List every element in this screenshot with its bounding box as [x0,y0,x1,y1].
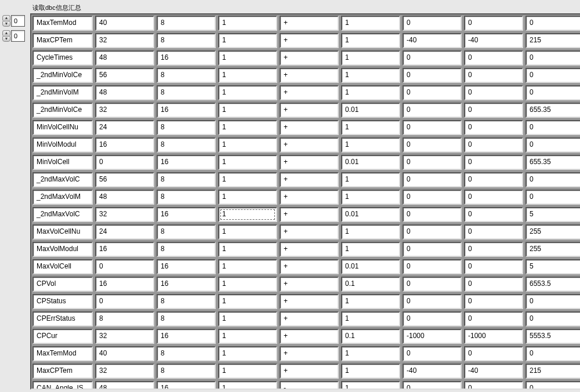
table-cell[interactable]: 1 [218,329,277,344]
table-cell[interactable]: 16 [157,259,216,274]
table-cell[interactable]: 0 [95,294,154,309]
table-cell[interactable]: 8 [157,294,216,309]
table-cell[interactable]: 16 [95,137,154,153]
table-cell[interactable]: 1 [341,311,400,326]
table-cell[interactable]: -40 [464,364,523,379]
table-cell[interactable]: 0 [403,381,462,390]
table-cell[interactable]: 1 [218,33,277,48]
table-cell[interactable]: CPErrStatus [32,311,93,326]
table-cell[interactable]: 0 [403,346,462,361]
table-cell[interactable]: 16 [157,207,216,222]
table-cell[interactable]: 0 [95,155,154,170]
table-cell[interactable]: 16 [157,155,216,170]
table-cell[interactable]: 0 [403,85,462,100]
table-cell[interactable]: + [280,277,339,292]
table-cell[interactable]: 8 [157,137,216,153]
table-cell[interactable]: 0 [464,242,523,257]
table-cell[interactable]: 1 [341,33,400,48]
table-cell[interactable]: 0 [464,346,523,361]
table-cell[interactable]: -1000 [464,329,523,344]
table-cell[interactable]: _2ndMaxVolC [32,172,93,187]
table-cell[interactable]: 0 [525,68,580,83]
table-cell[interactable]: 0 [403,311,462,326]
table-cell[interactable]: 1 [218,172,277,187]
table-cell[interactable]: 8 [157,85,216,100]
table-cell[interactable]: + [280,172,339,187]
table-cell[interactable]: 215 [525,33,580,48]
table-cell[interactable]: 0 [464,224,523,239]
table-cell[interactable]: -40 [403,33,462,48]
table-cell[interactable]: 0 [403,172,462,187]
table-cell[interactable]: MaxTemMod [32,16,93,31]
table-cell[interactable]: 0 [525,16,580,31]
table-cell[interactable]: 1 [341,190,400,205]
table-cell[interactable]: 0 [464,311,523,326]
table-cell[interactable]: 0 [464,137,523,153]
table-cell[interactable]: 48 [95,50,154,66]
table-cell[interactable]: CPVol [32,277,93,292]
table-cell[interactable]: 56 [95,68,154,83]
table-cell[interactable]: MaxCPTem [32,364,93,379]
table-cell[interactable]: _2ndMinVolM [32,85,93,100]
table-cell[interactable]: 5553.5 [525,329,580,344]
table-cell[interactable]: 1 [341,172,400,187]
table-cell[interactable]: 16 [95,277,154,292]
table-cell[interactable]: 655.35 [525,103,580,118]
table-cell[interactable]: 32 [95,103,154,118]
table-cell[interactable]: 1 [218,381,277,390]
table-cell[interactable]: 8 [157,16,216,31]
row-index-control[interactable]: ▲ ▼ [2,15,30,27]
table-cell[interactable]: 16 [157,381,216,390]
table-cell[interactable]: 16 [157,103,216,118]
table-cell[interactable]: CPStatus [32,294,93,309]
table-cell[interactable]: 8 [157,120,216,135]
table-cell[interactable]: 0 [464,294,523,309]
table-cell[interactable]: 0 [464,207,523,222]
table-cell[interactable]: -1000 [403,329,462,344]
table-cell[interactable]: 1 [218,50,277,66]
table-cell[interactable]: 1 [218,190,277,205]
table-cell[interactable]: 0 [95,259,154,274]
table-cell[interactable]: + [280,190,339,205]
table-cell[interactable]: 32 [95,329,154,344]
table-cell[interactable]: 0 [525,381,580,390]
table-cell[interactable]: 8 [157,224,216,239]
table-cell[interactable]: 0 [464,16,523,31]
table-cell[interactable]: 0 [464,277,523,292]
table-cell[interactable]: 1 [341,50,400,66]
table-cell[interactable]: 0 [525,137,580,153]
row-index-input[interactable] [11,15,25,27]
table-cell[interactable]: MinVolCellNu [32,120,93,135]
table-cell[interactable]: 1 [218,346,277,361]
table-cell[interactable]: 0 [464,103,523,118]
table-cell[interactable]: 0 [403,68,462,83]
table-cell[interactable]: 32 [95,207,154,222]
row-up-arrow-icon[interactable]: ▲ [2,15,10,21]
table-cell[interactable]: MinVolCell [32,155,93,170]
table-cell[interactable]: 0.1 [341,329,400,344]
table-cell[interactable]: 0 [403,259,462,274]
table-cell[interactable]: + [280,329,339,344]
table-cell[interactable]: 40 [95,346,154,361]
table-cell[interactable]: 16 [157,277,216,292]
table-cell[interactable]: 1 [218,103,277,118]
table-cell[interactable]: 1 [218,85,277,100]
table-cell[interactable]: MaxVolCell [32,259,93,274]
table-cell[interactable]: 1 [341,224,400,239]
table-cell[interactable]: 0.1 [341,277,400,292]
table-cell[interactable]: 1 [218,364,277,379]
table-cell[interactable]: 5 [525,259,580,274]
table-cell[interactable]: 0 [464,190,523,205]
table-cell[interactable]: 0 [403,190,462,205]
table-cell[interactable]: 48 [95,85,154,100]
table-cell[interactable]: 48 [95,190,154,205]
table-cell[interactable]: 1 [341,120,400,135]
table-cell[interactable]: 40 [95,16,154,31]
table-cell[interactable]: 1 [218,259,277,274]
table-cell[interactable]: + [280,120,339,135]
col-index-input[interactable] [11,30,25,42]
table-cell[interactable]: MinVolModul [32,137,93,153]
table-cell[interactable]: + [280,207,339,222]
table-cell[interactable]: _2ndMinVolCe [32,68,93,83]
table-cell[interactable]: 0 [464,381,523,390]
